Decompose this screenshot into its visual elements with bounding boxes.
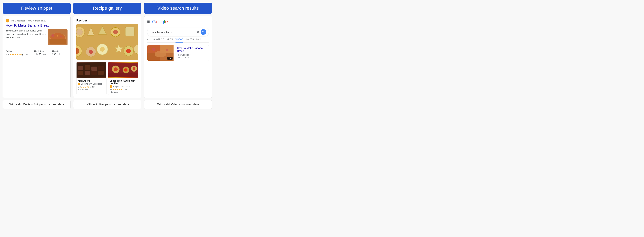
recipe-card-2-rating: 5.0 ★★★★★ (123) [110,88,137,91]
svg-rect-28 [92,66,97,71]
tab-all[interactable]: ALL [147,38,151,42]
cook-time-value: 1 hr 25 min [34,53,46,56]
svg-point-9 [76,29,83,36]
svg-rect-26 [78,66,84,70]
svg-text:🍞: 🍞 [57,35,58,37]
video-search-footer: With valid Video structured data [144,100,212,109]
svg-rect-31 [85,71,90,75]
g-letter-3: o [158,19,162,24]
svg-rect-30 [78,71,84,75]
recipe-card-1[interactable]: Mailänderli Cooking with Googlebot 3.9 ★… [76,62,106,95]
g-letter-2: o [156,19,158,24]
site-favicon [6,19,9,22]
tab-shopping[interactable]: SHOPPING [154,38,164,42]
tab-videos[interactable]: VIDEOS [176,38,183,43]
search-input[interactable]: recipe banana bread [150,31,196,34]
stars-full-1: ★★★ [81,86,87,88]
review-snippet-card: The Googlebot › how-to-make-ban... How T… [2,16,71,98]
g-letter-6: e [165,19,168,24]
author-icon-2 [110,86,112,88]
site-line: The Googlebot › how-to-make-ban... [6,19,68,22]
svg-point-3 [52,34,54,37]
cookies-svg [76,24,138,60]
author-name-2: Googlebot's Cuisine [112,86,130,88]
svg-point-47 [152,48,156,51]
video-title[interactable]: How To Make Banana Bread [177,47,207,52]
video-info: How To Make Banana Bread The Googlebot J… [176,45,209,61]
review-stats: Rating 4.5 ★★★★½ (123) Cook time 1 hr 25… [6,48,68,56]
recipe-gallery-footer: With valid Recipe structured data [73,100,141,109]
review-footer-text: With valid Review Snippet structured dat… [9,103,64,106]
cook-time-stat: Cook time 1 hr 25 min [34,50,46,56]
review-snippet-footer: With valid Review Snippet structured dat… [2,100,71,109]
g-letter-1: G [152,19,156,24]
recipe-section-label: Recipes [76,19,138,22]
video-footer-text: With valid Video structured data [157,103,199,106]
svg-rect-14 [125,27,134,36]
svg-point-48 [166,49,168,51]
recipe-gallery-card: Recipes [73,16,141,98]
tab-maps[interactable]: MAP... [196,38,202,42]
recipe-gallery-header: Recipe gallery [73,2,141,14]
svg-point-36 [114,67,118,71]
search-icon [202,31,205,33]
calories-label: Calories [52,50,60,52]
hamburger-icon[interactable]: ☰ [147,20,150,24]
svg-rect-33 [98,71,104,75]
svg-rect-27 [85,65,90,70]
star-half-1: ½ [87,86,89,88]
review-snippet-title: Review snippet [21,6,52,11]
tab-news[interactable]: NEWS [167,38,173,42]
recipe-card-1-body: Mailänderli Cooking with Googlebot 3.9 ★… [76,78,106,92]
rating-stat: Rating 4.5 ★★★★½ (123) [6,50,28,56]
video-thumbnail: 1:02 [147,45,174,61]
recipe-card-1-time: 1 hr 22 min [78,88,105,91]
recipe-card-1-rating: 3.9 ★★★½★ (11) [78,86,105,88]
svg-rect-41 [108,74,138,77]
svg-rect-29 [98,66,104,70]
clear-icon[interactable]: ✕ [197,30,199,34]
review-image: 🍞 [48,29,68,46]
svg-rect-5 [50,39,66,44]
recipe-card-2[interactable]: Spitzbuben (Swiss Jam Cookies) Googlebot… [108,62,138,95]
search-bar[interactable]: recipe banana bread ✕ [147,28,209,36]
rating-count-2: (123) [123,88,128,91]
video-result[interactable]: 1:02 How To Make Banana Bread The Google… [147,45,209,61]
video-search-column: Video search results ☰ Google recipe ban… [144,2,212,109]
svg-point-18 [89,50,93,54]
rating-number-2: 5.0 [110,88,112,91]
svg-point-13 [113,30,118,34]
video-search-header: Video search results [144,2,212,14]
svg-point-40 [133,67,136,70]
recipe-footer-text: With valid Recipe structured data [86,103,129,106]
rating-count: (123) [22,53,28,56]
bread-svg: 🍞 [48,29,68,46]
review-title-text: How To Make Banana Bread [6,24,50,27]
recipe-cards-row: Mailänderli Cooking with Googlebot 3.9 ★… [76,62,138,95]
video-search-card: ☰ Google recipe banana bread ✕ ALL SHOPP… [144,16,212,98]
rating-number: 4.5 [6,53,9,56]
g-letter-5: l [164,19,165,24]
recipe-card-1-title: Mailänderli [78,80,105,82]
svg-point-4 [60,36,62,37]
recipe-card-2-title: Spitzbuben (Swiss Jam Cookies) [110,80,137,85]
review-description: The best banana bread recipe you'll ever… [6,29,46,46]
tab-images[interactable]: IMAGES [186,38,194,42]
google-header: ☰ Google [147,19,209,26]
rating-number-1: 3.9 [78,86,80,88]
cook-time-label: Cook time [34,50,46,52]
rating-value: 4.5 ★★★★½ (123) [6,53,28,56]
rating-label: Rating [6,50,28,52]
svg-point-23 [126,49,131,53]
review-snippet-column: Review snippet The Googlebot › how-to-ma… [2,2,71,109]
review-title-link[interactable]: How To Make Banana Bread [6,24,68,27]
search-button[interactable] [200,29,206,35]
recipe-card-1-author: Cooking with Googlebot [78,83,105,85]
svg-point-20 [100,47,105,52]
recipe-gallery-title: Recipe gallery [93,6,122,11]
stars-empty-1: ★ [89,86,91,88]
recipe-gallery-column: Recipe gallery Recipes [73,2,141,109]
calories-stat: Calories 260 cal [52,50,60,56]
site-name: The Googlebot [11,20,25,22]
review-content-row: The best banana bread recipe you'll ever… [6,29,68,46]
